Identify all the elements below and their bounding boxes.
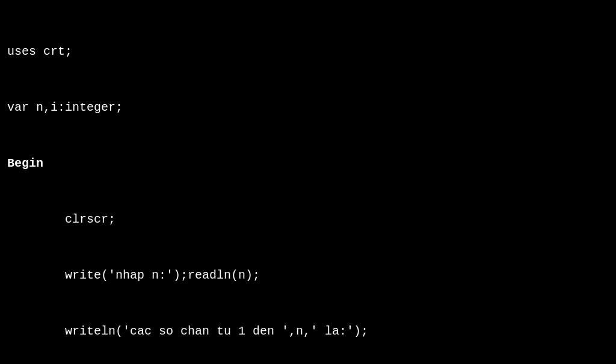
code-line-1: uses crt; (7, 42, 609, 61)
code-line-2: var n,i:integer; (7, 98, 609, 117)
code-line-6: writeln('cac so chan tu 1 den ',n,' la:'… (7, 322, 609, 341)
code-editor: uses crt; var n,i:integer; Begin clrscr;… (0, 0, 616, 364)
code-line-3: Begin (7, 154, 609, 173)
code-line-5: write('nhap n:');readln(n); (7, 266, 609, 285)
code-line-4: clrscr; (7, 210, 609, 229)
